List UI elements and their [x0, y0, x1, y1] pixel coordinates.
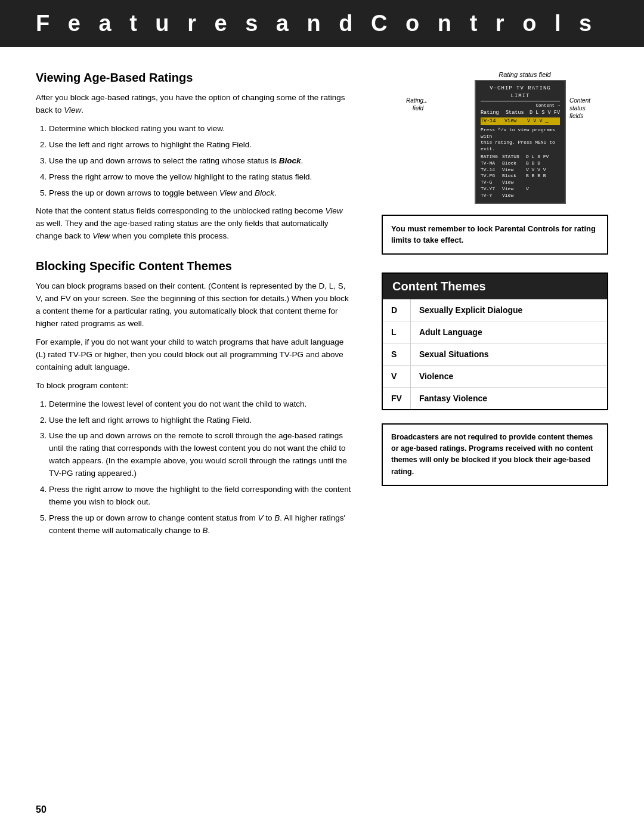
- table-row: D Sexually Explicit Dialogue: [383, 299, 607, 321]
- table-row: TV-Y View: [481, 193, 560, 199]
- table-row: TV-MA Block B B B: [481, 160, 560, 167]
- alert-box: You must remember to lock Parental Contr…: [382, 215, 608, 255]
- content-area: Viewing Age-Based Ratings After you bloc…: [0, 71, 644, 554]
- section-blocking-themes: Blocking Specific Content Themes You can…: [36, 259, 352, 537]
- theme-code: L: [383, 321, 410, 343]
- table-row: S Sexual Situations: [383, 343, 607, 365]
- table-row: L Adult Language: [383, 321, 607, 343]
- table-row: TV-14 View V V V V: [481, 167, 560, 174]
- left-column: Viewing Age-Based Ratings After you bloc…: [36, 71, 352, 554]
- notice-text: Broadcasters are not required to provide…: [391, 433, 593, 476]
- table-row: RATING STATUS D L S FV: [481, 154, 560, 160]
- table-row: V Violence: [383, 365, 607, 387]
- section-viewing-ratings: Viewing Age-Based Ratings After you bloc…: [36, 71, 352, 243]
- section2-steps: Determine the lowest level of content yo…: [36, 398, 352, 537]
- table-row: TV-PG Block B B B B: [481, 173, 560, 179]
- rating-status-label: Rating status field: [441, 71, 608, 78]
- theme-desc: Sexually Explicit Dialogue: [410, 299, 607, 321]
- list-item: Use the left and right arrows to highlig…: [49, 414, 352, 427]
- screen-title: V-CHIP TV RATING LIMIT: [481, 85, 560, 101]
- section2-para3: To block program content:: [36, 380, 352, 392]
- screen-highlight-row: TV-14 View V V V _: [481, 117, 560, 126]
- theme-code: S: [383, 343, 410, 365]
- alert-text: You must remember to lock Parental Contr…: [391, 224, 596, 245]
- list-item: Use the left and right arrows to highlig…: [49, 139, 352, 151]
- rating-field-label: Ratingfield: [388, 97, 423, 112]
- content-themes-title: Content Themes: [383, 274, 607, 299]
- list-item: Use the up and down arrows on the remote…: [49, 430, 352, 480]
- notice-box: Broadcasters are not required to provide…: [382, 423, 608, 487]
- screen-message: Press ^/v to view programs withthis rati…: [481, 127, 560, 152]
- screen-table: RATING STATUS D L S FV TV-MA Block B B B: [481, 154, 560, 199]
- section2-title: Blocking Specific Content Themes: [36, 259, 352, 273]
- theme-desc: Violence: [410, 365, 607, 387]
- vchip-screen: V-CHIP TV RATING LIMIT Content → Rating …: [475, 80, 566, 204]
- content-fields-label: Contentstatusfields: [569, 97, 608, 120]
- page-number: 50: [36, 804, 47, 815]
- list-item: Determine the lowest level of content yo…: [49, 398, 352, 411]
- content-themes-table: D Sexually Explicit Dialogue L Adult Lan…: [383, 299, 607, 409]
- list-item: Press the up or down arrow to change con…: [49, 512, 352, 537]
- page-title: F e a t u r e s a n d C o n t r o l s: [36, 11, 608, 36]
- theme-desc: Fantasy Violence: [410, 387, 607, 409]
- list-item: Press the right arrow to move the yellow…: [49, 171, 352, 184]
- right-column: Rating status field Ratingfield → V-CHIP…: [382, 71, 608, 554]
- page: F e a t u r e s a n d C o n t r o l s Vi…: [0, 0, 644, 833]
- list-item: Press the right arrow to move the highli…: [49, 484, 352, 509]
- theme-desc: Sexual Situations: [410, 343, 607, 365]
- screen-header: Rating Status D L S V FV: [481, 110, 560, 117]
- theme-code: D: [383, 299, 410, 321]
- list-item: Press the up or down arrows to toggle be…: [49, 187, 352, 200]
- table-row: FV Fantasy Violence: [383, 387, 607, 409]
- list-item: Determine which blocked rating you want …: [49, 123, 352, 135]
- section1-steps: Determine which blocked rating you want …: [36, 123, 352, 200]
- section2-para2: For example, if you do not want your chi…: [36, 336, 352, 374]
- vchip-diagram: Rating status field Ratingfield → V-CHIP…: [382, 71, 608, 204]
- section1-note: Note that the content status fields corr…: [36, 205, 352, 243]
- theme-code: FV: [383, 387, 410, 409]
- table-row: TV-G View: [481, 179, 560, 186]
- section1-intro: After you block age-based ratings, you h…: [36, 92, 352, 117]
- theme-code: V: [383, 365, 410, 387]
- content-arrow: Content →: [481, 103, 560, 109]
- header-bar: F e a t u r e s a n d C o n t r o l s: [0, 0, 644, 47]
- section2-para1: You can block programs based on their co…: [36, 280, 352, 330]
- section1-title: Viewing Age-Based Ratings: [36, 71, 352, 85]
- arrow-right-small: →: [421, 98, 428, 106]
- theme-desc: Adult Language: [410, 321, 607, 343]
- table-row: TV-Y7 View V: [481, 186, 560, 193]
- list-item: Use the up and down arrows to select the…: [49, 155, 352, 168]
- content-themes-box: Content Themes D Sexually Explicit Dialo…: [382, 272, 608, 410]
